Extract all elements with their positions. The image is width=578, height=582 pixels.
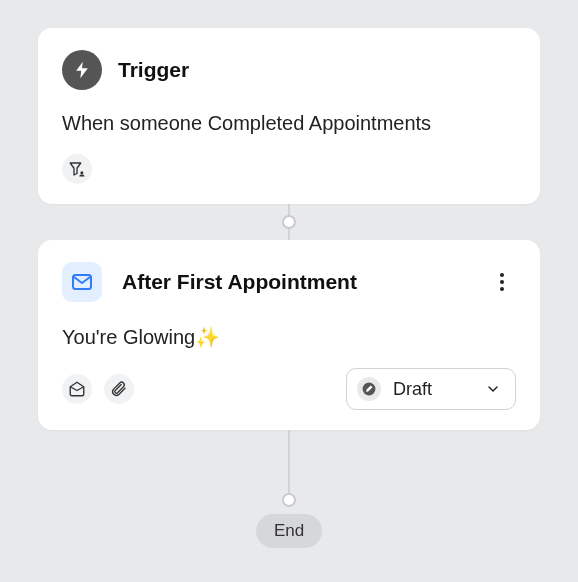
add-node[interactable] bbox=[282, 215, 296, 229]
action-card[interactable]: After First Appointment You're Glowing✨ bbox=[38, 240, 540, 430]
trigger-header: Trigger bbox=[62, 50, 516, 90]
mail-open-icon[interactable] bbox=[62, 374, 92, 404]
filter-person-icon[interactable] bbox=[62, 154, 92, 184]
svg-point-0 bbox=[80, 171, 83, 174]
status-label: Draft bbox=[393, 379, 432, 400]
connector bbox=[288, 430, 290, 500]
chevron-down-icon bbox=[485, 381, 501, 397]
bolt-icon bbox=[62, 50, 102, 90]
pencil-icon bbox=[357, 377, 381, 401]
action-title: After First Appointment bbox=[122, 270, 357, 294]
trigger-description: When someone Completed Appointments bbox=[62, 110, 516, 136]
trigger-card[interactable]: Trigger When someone Completed Appointme… bbox=[38, 28, 540, 204]
end-badge: End bbox=[256, 514, 322, 548]
status-dropdown[interactable]: Draft bbox=[346, 368, 516, 410]
more-menu-button[interactable] bbox=[488, 268, 516, 296]
trigger-title: Trigger bbox=[118, 58, 189, 82]
connector bbox=[288, 204, 290, 240]
add-node[interactable] bbox=[282, 493, 296, 507]
attachment-icon[interactable] bbox=[104, 374, 134, 404]
action-body: You're Glowing✨ bbox=[62, 324, 516, 350]
mail-icon bbox=[62, 262, 102, 302]
trigger-footer bbox=[62, 154, 516, 184]
